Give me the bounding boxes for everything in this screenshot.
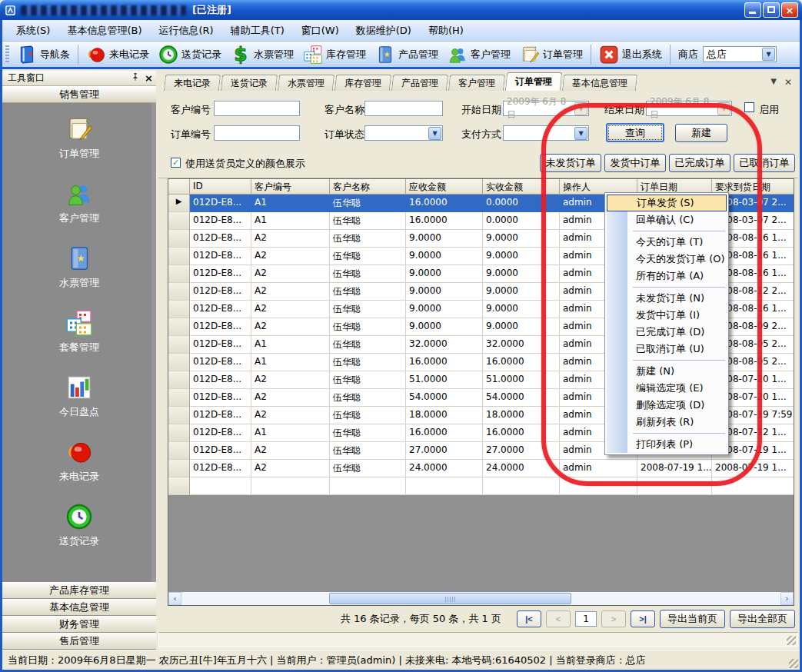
- row-selector-cell[interactable]: [168, 212, 190, 230]
- minimize-button[interactable]: [744, 2, 761, 18]
- export-all-pages-button[interactable]: 导出全部页: [730, 610, 795, 628]
- pay-method-select[interactable]: ▼: [503, 125, 589, 141]
- toolbar-button-dollar[interactable]: $水票管理: [226, 42, 298, 67]
- grid-column-header[interactable]: 实收金额: [483, 179, 560, 195]
- tab-基本信息管理[interactable]: 基本信息管理: [562, 75, 637, 91]
- row-selector-cell[interactable]: [168, 230, 190, 248]
- tool-window-close-icon[interactable]: ×: [145, 74, 153, 83]
- menubar-item[interactable]: 窗口(W): [294, 21, 347, 41]
- tab-水票管理[interactable]: 水票管理: [278, 75, 334, 91]
- resize-grip[interactable]: [787, 636, 796, 645]
- statusbar-resize-grip[interactable]: [789, 659, 798, 668]
- menubar-item[interactable]: 基本信息管理(B): [59, 21, 149, 41]
- menubar-item[interactable]: 系统(S): [8, 21, 58, 41]
- grid-column-header[interactable]: 应收金额: [406, 179, 483, 195]
- shop-select[interactable]: 总店▼: [703, 46, 777, 62]
- sidebar-item-clock[interactable]: 送货记录: [59, 503, 99, 548]
- row-selector-cell[interactable]: [168, 460, 190, 477]
- row-selector-cell[interactable]: [168, 389, 190, 407]
- toolbar-button-exit[interactable]: 退出系统: [594, 42, 667, 67]
- export-current-page-button[interactable]: 导出当前页: [660, 610, 725, 628]
- context-menu-item[interactable]: 打印列表 (P): [607, 436, 727, 453]
- horizontal-scrollbar[interactable]: ‹ ›: [168, 592, 794, 605]
- context-menu-item[interactable]: 新建 (N): [607, 363, 727, 380]
- sidebar-item-water-card[interactable]: ★水票管理: [59, 245, 99, 290]
- order-no-input[interactable]: [214, 125, 300, 141]
- new-button[interactable]: 新建: [675, 124, 727, 142]
- row-selector-cell[interactable]: [168, 407, 190, 424]
- last-page-button[interactable]: >|: [631, 610, 655, 627]
- tab-scroll-dropdown-icon[interactable]: ▼: [770, 77, 777, 88]
- grid-column-header[interactable]: ID: [190, 179, 251, 195]
- toolbar-button-people[interactable]: 客户管理: [443, 42, 515, 67]
- tab-订单管理[interactable]: 订单管理: [505, 72, 563, 91]
- filter-button-已完成订单[interactable]: 已完成订单: [669, 154, 730, 172]
- sidebar-section-bar[interactable]: 财务管理: [2, 616, 156, 633]
- toolbar-button-product-book[interactable]: ★产品管理: [371, 42, 443, 67]
- sidebar-item-people[interactable]: 客户管理: [59, 180, 99, 225]
- scroll-left-icon[interactable]: ‹: [168, 592, 181, 605]
- scroll-right-icon[interactable]: ›: [780, 592, 794, 605]
- first-page-button[interactable]: |<: [517, 610, 541, 627]
- row-selector-cell[interactable]: [168, 442, 190, 460]
- sidebar-section-bar[interactable]: 产品库存管理: [2, 582, 156, 599]
- grid-column-header[interactable]: 客户名称: [330, 179, 406, 195]
- tab-来电记录[interactable]: 来电记录: [164, 75, 221, 91]
- filter-button-已取消订单[interactable]: 已取消订单: [734, 154, 795, 172]
- toolbar-button-grid-calendar[interactable]: 库存管理: [298, 42, 371, 67]
- tab-产品管理[interactable]: 产品管理: [391, 75, 448, 91]
- end-date-picker[interactable]: 2009年 6月 8日 ▼: [646, 101, 732, 116]
- filter-button-发货中订单[interactable]: 发货中订单: [604, 154, 666, 172]
- tab-close-icon[interactable]: ✕: [784, 77, 792, 88]
- context-menu-item[interactable]: 所有的订单 (A): [607, 268, 727, 284]
- next-page-button[interactable]: >: [601, 610, 626, 627]
- context-menu-item[interactable]: 今天的订单 (T): [607, 234, 727, 251]
- toolbar-grip[interactable]: [5, 45, 9, 64]
- context-menu-item[interactable]: 回单确认 (C): [607, 211, 727, 228]
- sidebar-item-order-pen[interactable]: 订单管理: [59, 115, 99, 161]
- customer-name-input[interactable]: [364, 101, 443, 116]
- toolbar-button-nav-book[interactable]: 导航条: [12, 42, 75, 67]
- context-menu-item[interactable]: 刷新列表 (R): [607, 414, 727, 431]
- toolbar-button-order-pen[interactable]: 订单管理: [515, 42, 587, 67]
- pin-icon[interactable]: [131, 72, 140, 84]
- start-date-picker[interactable]: 2009年 6月 8日 ▼: [503, 101, 589, 116]
- menubar-item[interactable]: 辅助工具(T): [223, 21, 292, 41]
- title-bar[interactable]: [已注册] ×: [0, 0, 802, 20]
- table-row[interactable]: 012D-E8...A2伍华聪24.000024.0000admin2008-0…: [168, 460, 794, 477]
- tab-客户管理[interactable]: 客户管理: [448, 75, 505, 91]
- row-selector-cell[interactable]: [168, 283, 190, 301]
- page-number-input[interactable]: [575, 611, 597, 627]
- row-selector-cell[interactable]: [168, 354, 190, 371]
- toolbar-button-bell[interactable]: 来电记录: [82, 42, 154, 67]
- context-menu-item[interactable]: 订单发货 (S): [607, 195, 727, 211]
- context-menu-item[interactable]: 删除选定项 (D): [607, 397, 727, 414]
- scrollbar-thumb[interactable]: [329, 593, 571, 604]
- row-selector-cell[interactable]: [168, 301, 190, 318]
- context-menu-item[interactable]: 未发货订单 (N): [607, 290, 727, 307]
- enable-checkbox[interactable]: [744, 102, 754, 112]
- customer-no-input[interactable]: [214, 101, 300, 116]
- toolbar-button-clock[interactable]: 送货记录: [154, 42, 226, 67]
- sidebar-item-chart[interactable]: 今日盘点: [59, 374, 99, 419]
- grid-column-header[interactable]: 客户编号: [251, 179, 330, 195]
- sidebar-item-bell[interactable]: 来电记录: [59, 438, 99, 484]
- order-status-select[interactable]: ▼: [364, 125, 443, 141]
- filter-button-未发货订单[interactable]: 未发货订单: [540, 154, 601, 172]
- context-menu-item[interactable]: 已完成订单 (D): [607, 324, 727, 341]
- menubar-item[interactable]: 数据维护(D): [348, 21, 419, 41]
- context-menu-item[interactable]: 编辑选定项 (E): [607, 380, 727, 397]
- maximize-button[interactable]: [763, 2, 780, 18]
- row-selector-cell[interactable]: [168, 265, 190, 283]
- row-selector-cell[interactable]: [168, 371, 190, 389]
- context-menu-item[interactable]: 已取消订单 (U): [607, 341, 727, 358]
- sidebar-item-grid-calendar[interactable]: 套餐管理: [59, 309, 99, 354]
- close-button[interactable]: ×: [781, 2, 798, 18]
- sidebar-section-header[interactable]: 销售管理: [2, 86, 156, 103]
- row-selector-cell[interactable]: [168, 318, 190, 336]
- context-menu-item[interactable]: 发货中订单 (I): [607, 307, 727, 324]
- row-selector-cell[interactable]: ▶: [168, 195, 190, 212]
- driver-color-checkbox[interactable]: ✓: [171, 158, 181, 168]
- sidebar-section-bar[interactable]: 基本信息管理: [2, 599, 156, 616]
- row-selector-cell[interactable]: [168, 248, 190, 265]
